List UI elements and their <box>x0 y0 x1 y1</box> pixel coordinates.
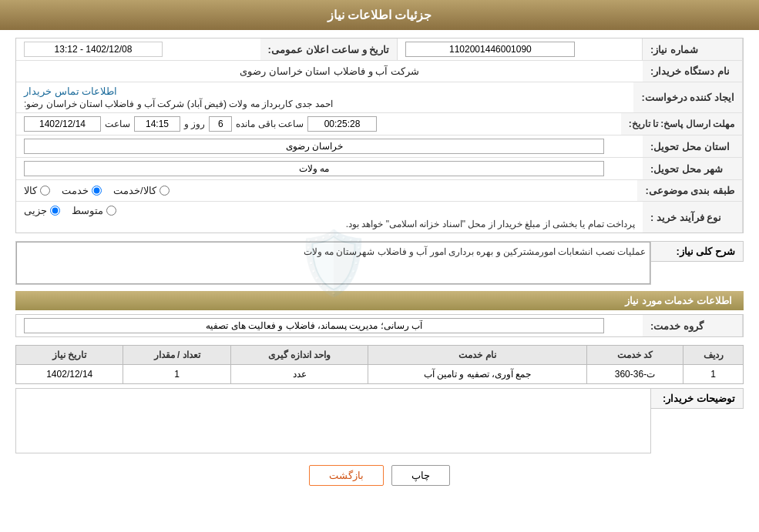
cat-kala-khadamat-item: کالا/خدمت <box>113 185 170 196</box>
service-group-value <box>16 315 643 336</box>
buyer-org-label: نام دستگاه خریدار: <box>643 61 743 82</box>
creator-row: ایجاد کننده درخواست: اطلاعات تماس خریدار… <box>16 82 743 113</box>
cell-need-date: 1402/12/14 <box>16 365 123 384</box>
buyer-notes-section: توضیحات خریدار: <box>15 388 744 453</box>
need-number-input[interactable] <box>405 42 575 57</box>
main-info-section: شماره نیاز: تاریخ و ساعت اعلان عمومی: نا… <box>15 38 744 233</box>
province-label: استان محل تحویل: <box>643 136 743 157</box>
col-need-date: تاریخ نیاز <box>16 346 123 365</box>
creator-area: اطلاعات تماس خریدار احمد جدی کاربرداز مه… <box>16 82 633 112</box>
description-box: 🛡️ عملیات نصب انشعابات امورمشترکین و بهر… <box>16 242 650 284</box>
services-section: گروه خدمت: <box>15 314 744 337</box>
content-area: شماره نیاز: تاریخ و ساعت اعلان عمومی: نا… <box>0 30 759 505</box>
reply-time-input[interactable] <box>134 116 180 132</box>
page-title: جزئیات اطلاعات نیاز <box>327 8 432 22</box>
category-label: طبقه بندی موضوعی: <box>637 180 743 201</box>
page-header: جزئیات اطلاعات نیاز <box>0 0 759 30</box>
reply-time-label: ساعت <box>105 119 130 129</box>
buyer-notes-textarea[interactable] <box>16 389 650 450</box>
cat-khadamat-radio[interactable] <box>92 186 102 196</box>
description-section: شرح کلی نیاز: 🛡️ عملیات نصب انشعابات امو… <box>15 241 744 285</box>
city-row: شهر محل تحویل: <box>16 158 743 180</box>
back-button[interactable]: بازگشت <box>309 465 384 486</box>
print-button[interactable]: چاپ <box>391 465 450 486</box>
cat-kala-item: کالا <box>24 185 50 196</box>
buyer-notes-wrapper <box>15 388 651 453</box>
purchase-jozyi-label: جزیی <box>24 205 47 216</box>
purchase-type-row: نوع فرآیند خرید : متوسط جزیی پرداخت <box>16 202 743 233</box>
cat-kala-khadamat-label: کالا/خدمت <box>113 185 156 196</box>
col-unit: واحد اندازه گیری <box>230 346 368 365</box>
description-wrapper: 🛡️ عملیات نصب انشعابات امورمشترکین و بهر… <box>15 241 651 285</box>
reply-deadline-row: مهلت ارسال پاسخ: تا تاریخ: ساعت باقی مان… <box>16 113 743 136</box>
city-value <box>16 158 643 179</box>
cat-khadamat-item: خدمت <box>62 185 102 196</box>
creator-main: احمد جدی کاربرداز مه ولات (فیض آباد) شرک… <box>24 99 333 109</box>
services-table-body: 1 ت-36-360 جمع آوری، تصفیه و تامین آب عد… <box>16 365 744 384</box>
buyer-org-row: نام دستگاه خریدار: شرکت آب و فاضلاب استا… <box>16 61 743 82</box>
remaining-time-input[interactable] <box>307 116 377 132</box>
purchase-radio-group: متوسط جزیی <box>24 205 116 216</box>
description-label: شرح کلی نیاز: <box>651 241 744 262</box>
purchase-motavaset-item: متوسط <box>72 205 116 216</box>
col-service-name: نام خدمت <box>368 346 586 365</box>
cat-kala-radio[interactable] <box>40 186 50 196</box>
col-service-code: کد خدمت <box>586 346 683 365</box>
cat-khadamat-label: خدمت <box>62 185 89 196</box>
purchase-motavaset-radio[interactable] <box>106 206 116 216</box>
service-group-label: گروه خدمت: <box>643 315 743 336</box>
time-remaining-group: ساعت باقی مانده روز و ساعت <box>24 116 377 132</box>
announce-date-input[interactable] <box>24 42 163 57</box>
buyer-notes-label: توضیحات خریدار: <box>651 388 744 409</box>
need-number-row: شماره نیاز: تاریخ و ساعت اعلان عمومی: <box>16 38 743 61</box>
services-table-head: ردیف کد خدمت نام خدمت واحد اندازه گیری ت… <box>16 346 744 365</box>
reply-deadline-label: مهلت ارسال پاسخ: تا تاریخ: <box>621 113 743 135</box>
need-number-value <box>398 38 643 60</box>
reply-deadline-area: ساعت باقی مانده روز و ساعت <box>16 113 621 135</box>
category-row: طبقه بندی موضوعی: کالا/خدمت خدمت <box>16 180 743 202</box>
buyer-org-value: شرکت آب و فاضلاب استان خراسان رضوی <box>16 61 643 82</box>
province-row: استان محل تحویل: <box>16 136 743 158</box>
service-group-input[interactable] <box>24 318 604 333</box>
cell-row-num: 1 <box>683 365 744 384</box>
service-group-row: گروه خدمت: <box>16 315 743 336</box>
province-value <box>16 136 643 157</box>
purchase-type-label: نوع فرآیند خرید : <box>643 202 743 233</box>
reply-day-input[interactable] <box>209 116 232 132</box>
creator-link[interactable]: اطلاعات تماس خریدار <box>24 85 117 97</box>
button-row: چاپ بازگشت <box>15 465 744 486</box>
announce-date-value <box>16 38 260 60</box>
cat-kala-label: کالا <box>24 185 37 196</box>
services-table-header-row: ردیف کد خدمت نام خدمت واحد اندازه گیری ت… <box>16 346 744 365</box>
purchase-jozyi-item: جزیی <box>24 205 60 216</box>
need-number-label: شماره نیاز: <box>643 38 743 60</box>
cell-service-name: جمع آوری، تصفیه و تامین آب <box>368 365 586 384</box>
remaining-label: ساعت باقی مانده <box>236 119 304 129</box>
page-wrapper: جزئیات اطلاعات نیاز شماره نیاز: تاریخ و … <box>0 0 759 532</box>
table-row: 1 ت-36-360 جمع آوری، تصفیه و تامین آب عد… <box>16 365 744 384</box>
reply-date-input[interactable] <box>24 116 101 132</box>
reply-day-label: روز و <box>184 119 205 129</box>
watermark-shield: 🛡️ <box>295 227 372 299</box>
services-table: ردیف کد خدمت نام خدمت واحد اندازه گیری ت… <box>15 345 744 384</box>
purchase-note: پرداخت تمام یا بخشی از مبلغ خریدار از مح… <box>24 219 635 229</box>
announce-date-label: تاریخ و ساعت اعلان عمومی: <box>260 38 398 60</box>
city-label: شهر محل تحویل: <box>643 158 743 179</box>
purchase-type-area: متوسط جزیی پرداخت تمام یا بخشی از مبلغ خ… <box>16 202 643 233</box>
cell-service-code: ت-36-360 <box>586 365 683 384</box>
cell-unit: عدد <box>230 365 368 384</box>
col-quantity: تعداد / مقدار <box>123 346 230 365</box>
cat-kala-khadamat-radio[interactable] <box>160 186 170 196</box>
purchase-motavaset-label: متوسط <box>72 205 103 216</box>
description-value: عملیات نصب انشعابات امورمشترکین و بهره ب… <box>304 246 646 257</box>
category-radio-group: کالا/خدمت خدمت کالا <box>24 185 170 196</box>
creator-label: ایجاد کننده درخواست: <box>633 82 743 112</box>
purchase-jozyi-radio[interactable] <box>50 206 60 216</box>
col-row-num: ردیف <box>683 346 744 365</box>
services-section-title: اطلاعات خدمات مورد نیاز <box>15 291 744 310</box>
province-input[interactable] <box>24 139 604 154</box>
city-input[interactable] <box>24 161 604 176</box>
category-options: کالا/خدمت خدمت کالا <box>16 180 637 201</box>
cell-quantity: 1 <box>123 365 230 384</box>
